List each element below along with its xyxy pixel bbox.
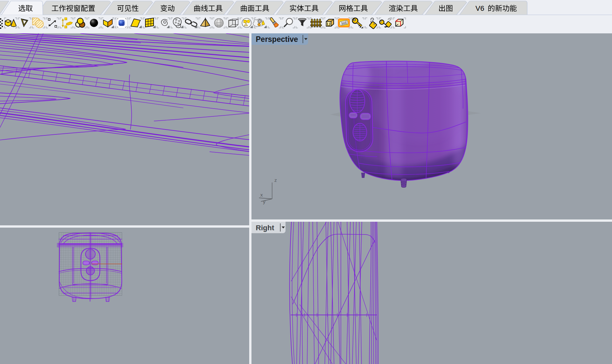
svg-text:Perspective: Perspective: [256, 35, 298, 43]
svg-text:z: z: [274, 177, 277, 183]
svg-text:V6: V6: [475, 4, 484, 12]
svg-text:Right: Right: [256, 224, 274, 232]
svg-text:y: y: [263, 199, 266, 204]
svg-text:x: x: [260, 192, 263, 198]
